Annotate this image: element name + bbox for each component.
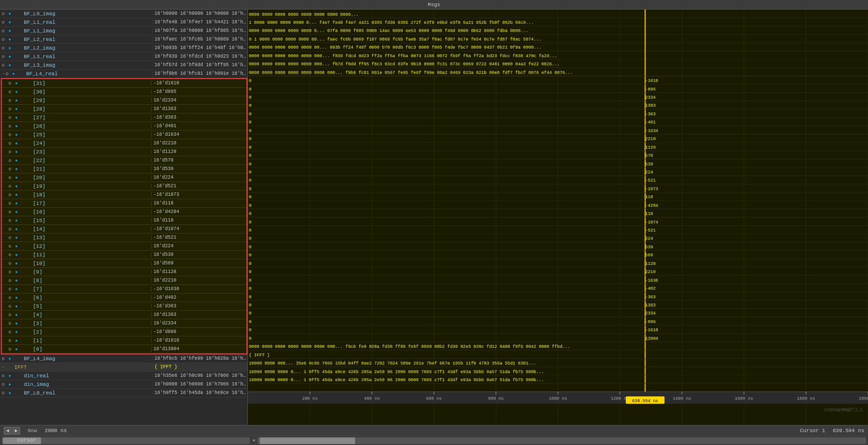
gear-icon[interactable]: ⚙ — [9, 209, 14, 215]
gear-icon[interactable]: ⚙ — [9, 183, 14, 189]
gear-icon[interactable]: ⚙ — [9, 106, 14, 112]
child-row-18[interactable]: ⚙ ◆ [18] -16'd1073 — [2, 191, 246, 199]
nav-right-btn[interactable]: ► — [12, 427, 20, 435]
child-row-15[interactable]: ⚙ ◆ [15] 16'd118 — [2, 216, 246, 225]
gear-icon[interactable]: ⚙ — [9, 89, 14, 95]
child-row-7[interactable]: ⚙ ◆ [7] -16'd1636 — [2, 285, 246, 293]
gear-icon[interactable]: ⚙ — [9, 115, 14, 121]
gear-icon[interactable]: ⚙ — [9, 158, 14, 163]
gear-icon[interactable]: ⚙ — [9, 218, 14, 223]
child-row-26[interactable]: ⚙ ◆ [26] -16'd401 — [2, 122, 246, 131]
gear-icon[interactable]: ⚙ — [6, 71, 11, 77]
child-row-16[interactable]: ⚙ ◆ [16] -16'd4284 — [2, 208, 246, 216]
svg-text:0: 0 — [249, 104, 251, 109]
child-row-24[interactable]: ⚙ ◆ [24] 16'd2210 — [2, 139, 246, 148]
gear-icon[interactable]: ⚙ — [9, 269, 14, 275]
left-scrollbar[interactable] — [2, 437, 250, 444]
signal-row-din_imag[interactable]: ⚙ ◆ din_imag 16'h0000 16'h0000 16'h7066 … — [0, 380, 247, 389]
child-row-2[interactable]: ⚙ ◆ [2] -16'd896 — [2, 328, 246, 336]
signal-row-ifft[interactable]: - IFFT { IFFT } — [0, 363, 247, 372]
gear-icon[interactable]: ⚙ — [9, 329, 14, 335]
child-row-4[interactable]: ⚙ ◆ [4] 16'd1383 — [2, 311, 246, 319]
child-row-27[interactable]: ⚙ ◆ [27] -16'd363 — [2, 113, 246, 122]
gear-icon[interactable]: ⚙ — [2, 390, 8, 396]
signal-row-din_real[interactable]: ⚙ ◆ din_real 16'h35e6 16'h0c96 16'h7066 … — [0, 372, 247, 380]
child-row-11[interactable]: ⚙ ◆ [11] 16'd539 — [2, 251, 246, 259]
gear-icon[interactable]: ⚙ — [9, 132, 14, 138]
right-scrollbar[interactable] — [257, 437, 866, 444]
signal-row-bf_l1_imag[interactable]: ⚙ ◆ BF_L1_imag 16'h07fa 16'h0000 16'hf80… — [0, 27, 247, 35]
gear-icon[interactable]: ⚙ — [9, 295, 14, 301]
child-row-9[interactable]: ⚙ ◆ [9] 16'd1128 — [2, 268, 246, 276]
child-row-1[interactable]: ⚙ ◆ [1] -16'd1610 — [2, 336, 246, 345]
signal-row-bf_l0_imag[interactable]: ⚙ ◆ BF_L0_imag 16'h0000 16'h0000 16'h000… — [0, 10, 247, 18]
signal-row-bf_l3_real[interactable]: ⚙ ◆ BF_L3_real 16'hf839 16'hfdcd 16'h0d2… — [0, 52, 247, 61]
gear-icon[interactable]: ⚙ — [9, 261, 14, 266]
child-row-3[interactable]: ⚙ ◆ [3] 16'd2334 — [2, 319, 246, 328]
signal-row-bf_l2_imag[interactable]: ⚙ ◆ BF_L2_imag 16'h093b 16'hff24 16'h48f… — [0, 44, 247, 52]
child-row-12[interactable]: ⚙ ◆ [12] 16'd224 — [2, 242, 246, 251]
gear-icon[interactable]: ⚙ — [9, 201, 14, 206]
gear-icon[interactable]: ⚙ — [2, 11, 8, 17]
child-row-10[interactable]: ⚙ ◆ [10] 16'd569 — [2, 259, 246, 268]
gear-icon[interactable]: ⚙ — [9, 338, 14, 344]
gear-icon[interactable]: ⚙ — [9, 321, 14, 326]
signal-row-bf_l2_real[interactable]: ⚙ ◆ BF_L2_real 16'hfaec 16'hfc6b 16'h086… — [0, 35, 247, 44]
gear-icon[interactable]: ⚙ — [9, 226, 14, 232]
gear-icon[interactable]: ⚙ — [9, 312, 14, 318]
scroll-arrow-icon[interactable]: ◄ — [250, 438, 257, 443]
gear-icon[interactable]: ⚙ — [2, 62, 8, 68]
wf-panel[interactable]: 0000 0000 0000 0000 0000 0000 0000 0000.… — [248, 10, 868, 425]
child-row-31[interactable]: ⚙ ◆ [31] -16'd1610 — [2, 79, 246, 88]
signal-row-bf_l4_imag[interactable]: ⚙ ◆ BF_L4_imag 16'hf9cb 16'hfe99 16'h028… — [0, 354, 247, 363]
nav-arrows[interactable]: ◄ ► — [4, 427, 20, 435]
signal-row-bf_l0_real[interactable]: ⚙ ◆ BF_L0_real 16'h0ff5 16'h45da 16'he9c… — [0, 389, 247, 397]
signal-row-bf_l4_real[interactable]: - ⚙ ◆ BF_L4_real 16'hf9b6 16'hfc81 16'h0… — [0, 70, 247, 78]
collapse-icon[interactable]: - — [2, 71, 6, 76]
child-row-6[interactable]: ⚙ ◆ [6] -16'd402 — [2, 293, 246, 302]
gear-icon[interactable]: ⚙ — [2, 45, 8, 51]
gear-icon[interactable]: ⚙ — [9, 243, 14, 249]
gear-icon[interactable]: ⚙ — [9, 81, 14, 86]
gear-icon[interactable]: ⚙ — [9, 278, 14, 283]
child-row-8[interactable]: ⚙ ◆ [8] 16'd2210 — [2, 276, 246, 285]
child-row-14[interactable]: ⚙ ◆ [14] -16'd1074 — [2, 225, 246, 233]
gear-icon[interactable]: ⚙ — [2, 54, 8, 60]
gear-icon[interactable]: ⚙ — [9, 346, 14, 352]
child-row-5[interactable]: ⚙ ◆ [5] -16'd363 — [2, 302, 246, 311]
gear-icon[interactable]: ⚙ — [9, 98, 14, 103]
gear-icon[interactable]: ⚙ — [9, 175, 14, 181]
gear-icon[interactable]: ⚙ — [9, 149, 14, 155]
child-row-28[interactable]: ⚙ ◆ [28] 16'd1383 — [2, 105, 246, 113]
child-row-29[interactable]: ⚙ ◆ [29] 16'd2334 — [2, 96, 246, 105]
collapse-icon[interactable]: - — [2, 364, 6, 370]
child-row-19[interactable]: ⚙ ◆ [19] -16'd521 — [2, 182, 246, 191]
child-row-30[interactable]: ⚙ ◆ [30] -16'd895 — [2, 88, 246, 96]
gear-icon[interactable]: ⚙ — [2, 28, 8, 34]
gear-icon[interactable]: ⚙ — [9, 192, 14, 198]
gear-icon[interactable]: ⚙ — [9, 141, 14, 146]
gear-icon[interactable]: ⚙ — [2, 37, 8, 42]
gear-icon[interactable]: ⚙ — [9, 235, 14, 241]
child-row-25[interactable]: ⚙ ◆ [25] -16'd1634 — [2, 131, 246, 139]
gear-icon[interactable]: ⚙ — [2, 382, 8, 387]
gear-icon[interactable]: ⚙ — [2, 356, 8, 362]
gear-icon[interactable]: ⚙ — [9, 123, 14, 129]
right-scrollbar-thumb[interactable] — [260, 437, 355, 444]
nav-left-btn[interactable]: ◄ — [4, 427, 11, 435]
child-row-22[interactable]: ⚙ ◆ [22] 16'd570 — [2, 156, 246, 165]
signal-row-bf_l3_imag[interactable]: ⚙ ◆ BF_L3_imag 16'hfb7d 16'hf8dd 16'hff9… — [0, 61, 247, 70]
child-row-13[interactable]: ⚙ ◆ [13] -16'd521 — [2, 233, 246, 242]
signal-row-bf_l1_real[interactable]: ⚙ ◆ BF_L1_real 16'hfe48 16'hf4e7 16'h442… — [0, 18, 247, 27]
child-row-20[interactable]: ⚙ ◆ [20] 16'd224 — [2, 173, 246, 182]
child-row-0[interactable]: ⚙ ◆ [0] 16'd13904 — [2, 345, 246, 354]
gear-icon[interactable]: ⚙ — [9, 252, 14, 258]
gear-icon[interactable]: ⚙ — [2, 373, 8, 379]
child-row-21[interactable]: ⚙ ◆ [21] 16'd539 — [2, 165, 246, 173]
gear-icon[interactable]: ⚙ — [9, 303, 14, 309]
child-row-23[interactable]: ⚙ ◆ [23] 16'd1129 — [2, 148, 246, 156]
gear-icon[interactable]: ⚙ — [2, 20, 8, 25]
child-row-17[interactable]: ⚙ ◆ [17] 16'd118 — [2, 199, 246, 208]
gear-icon[interactable]: ⚙ — [9, 286, 14, 292]
gear-icon[interactable]: ⚙ — [9, 166, 14, 172]
